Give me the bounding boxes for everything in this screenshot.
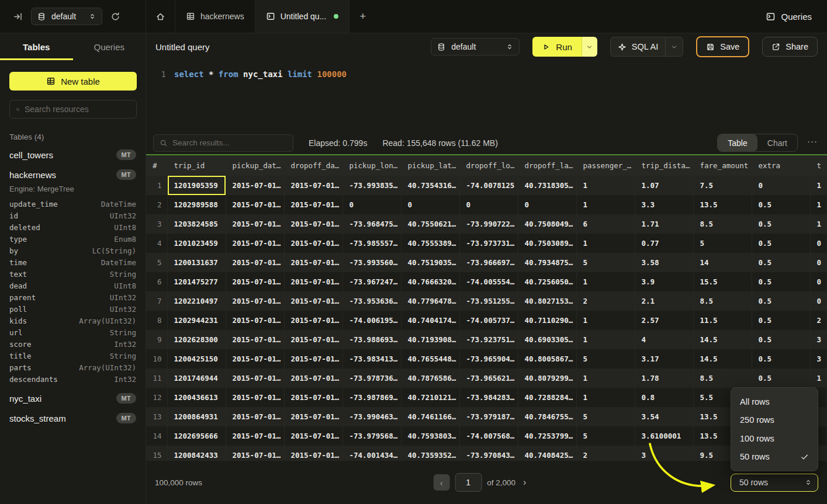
cell[interactable]: 40.7846755… <box>518 407 576 426</box>
column-header[interactable]: # <box>146 155 167 176</box>
cell[interactable]: 2015-07-01… <box>284 426 342 446</box>
cell[interactable]: 2015-07-01… <box>226 253 284 272</box>
search-results-input[interactable] <box>172 138 287 147</box>
row-number[interactable]: 12 <box>146 388 167 407</box>
row-number[interactable]: 5 <box>146 253 167 272</box>
cell[interactable]: 40.7288284… <box>518 388 576 407</box>
cell[interactable]: 1200131637 <box>167 253 226 272</box>
cell[interactable]: 40.7253799… <box>518 426 576 446</box>
cell[interactable]: 1 <box>810 214 827 234</box>
cell[interactable]: 0 <box>342 195 401 214</box>
cell[interactable]: 40.7593803… <box>401 426 459 446</box>
sidebar-table-nyc-taxi[interactable]: nyc_taxi MT <box>9 388 136 408</box>
cell[interactable]: 2015-07-01… <box>284 311 342 330</box>
cell[interactable]: 40.7110290… <box>518 311 576 330</box>
cell[interactable]: 14.5 <box>693 330 752 349</box>
cell[interactable]: 1202989588 <box>167 195 226 214</box>
cell[interactable]: -73.985557… <box>342 234 401 253</box>
cell[interactable]: 1200425150 <box>167 349 226 369</box>
row-number[interactable]: 6 <box>146 272 167 291</box>
column-header[interactable]: dropoff_la… <box>518 155 576 176</box>
cell[interactable]: 40.7461166… <box>401 407 459 426</box>
cell[interactable]: 2015-07-01… <box>226 349 284 369</box>
cell[interactable]: 40.7256050… <box>518 272 576 291</box>
tab-hackernews[interactable]: hackernews <box>175 0 255 33</box>
cell[interactable]: 40.7519035… <box>401 253 459 272</box>
row-number[interactable]: 15 <box>146 446 167 460</box>
cell[interactable]: 3.9 <box>635 272 693 291</box>
cell[interactable]: 1 <box>810 176 827 195</box>
cell[interactable]: 2015-07-01… <box>284 369 342 388</box>
cell[interactable]: -73.951255… <box>459 291 518 311</box>
cell[interactable]: 7.5 <box>693 176 752 195</box>
cell[interactable]: 40.7359352… <box>401 446 459 460</box>
cell[interactable]: -73.993560… <box>342 253 401 272</box>
cell[interactable]: -73.970843… <box>459 446 518 460</box>
cell[interactable]: 40.7210121… <box>401 388 459 407</box>
cell[interactable]: -73.990463… <box>342 407 401 426</box>
cell[interactable]: 1 <box>576 369 635 388</box>
row-number[interactable]: 9 <box>146 330 167 349</box>
run-options-chevron[interactable] <box>582 37 597 57</box>
cell[interactable]: -73.973731… <box>459 234 518 253</box>
cell[interactable]: 0.8 <box>635 388 693 407</box>
cell[interactable]: 40.8027153… <box>518 291 576 311</box>
cell[interactable]: 2015-07-01… <box>284 253 342 272</box>
cell[interactable]: 40.7408425… <box>518 446 576 460</box>
cell[interactable]: 1200436613 <box>167 388 226 407</box>
sidebar-table-cell-towers[interactable]: cell_towers MT <box>9 145 136 165</box>
cell[interactable]: 0.5 <box>752 195 810 214</box>
cell[interactable]: 2015-07-01… <box>284 214 342 234</box>
cell[interactable]: 2015-07-01… <box>284 291 342 311</box>
cell[interactable]: 1 <box>810 369 827 388</box>
cell[interactable]: 0 <box>401 195 459 214</box>
cell[interactable]: 2015-07-01… <box>226 311 284 330</box>
cell[interactable]: 0.77 <box>635 234 693 253</box>
cell[interactable]: 1202210497 <box>167 291 226 311</box>
column-header[interactable]: pickup_dat… <box>226 155 284 176</box>
cell[interactable]: 2015-07-01… <box>284 272 342 291</box>
cell[interactable]: 1201746944 <box>167 369 226 388</box>
refresh-icon[interactable] <box>110 12 120 22</box>
cell[interactable]: 8.5 <box>693 214 752 234</box>
cell[interactable]: 1 <box>576 388 635 407</box>
row-number[interactable]: 2 <box>146 195 167 214</box>
cell[interactable]: 40.8079299… <box>518 369 576 388</box>
column-header[interactable]: passenger_… <box>576 155 635 176</box>
cell[interactable]: 2015-07-01… <box>226 195 284 214</box>
more-options-icon[interactable]: ··· <box>805 136 820 150</box>
cell[interactable]: 1 <box>576 234 635 253</box>
cell[interactable]: 0.5 <box>752 214 810 234</box>
column-header[interactable]: trip_dista… <box>635 155 693 176</box>
cell[interactable]: -73.979187… <box>459 407 518 426</box>
cell[interactable]: 1 <box>576 195 635 214</box>
collapse-sidebar-icon[interactable] <box>13 12 23 22</box>
cell[interactable]: 2 <box>576 446 635 460</box>
cell[interactable]: 1202695666 <box>167 426 226 446</box>
cell[interactable]: 0 <box>518 195 576 214</box>
cell[interactable]: -73.965904… <box>459 349 518 369</box>
cell[interactable]: 40.7318305… <box>518 176 576 195</box>
sql-editor[interactable]: 1 select * from nyc_taxi limit 100000 <box>146 60 827 131</box>
cell[interactable]: 1 <box>576 272 635 291</box>
cell[interactable]: 2015-07-01… <box>226 214 284 234</box>
cell[interactable]: 3.17 <box>635 349 693 369</box>
database-selector[interactable]: default <box>31 8 102 25</box>
cell[interactable]: 2015-07-01… <box>226 330 284 349</box>
cell[interactable]: -74.005554… <box>459 272 518 291</box>
sidebar-table-hackernews[interactable]: hackernews MT <box>9 165 136 185</box>
cell[interactable]: 1.07 <box>635 176 693 195</box>
query-database-selector[interactable]: default <box>431 38 520 55</box>
cell[interactable]: 40.7796478… <box>401 291 459 311</box>
row-number[interactable]: 13 <box>146 407 167 426</box>
cell[interactable]: 2015-07-01… <box>226 234 284 253</box>
cell[interactable]: 40.6903305… <box>518 330 576 349</box>
cell[interactable]: -73.983413… <box>342 349 401 369</box>
cell[interactable]: 1201475277 <box>167 272 226 291</box>
cell[interactable]: 2015-07-01… <box>226 369 284 388</box>
sidebar-tab-queries[interactable]: Queries <box>73 33 146 60</box>
cell[interactable]: 0.5 <box>752 272 810 291</box>
sidebar-table-stocks-stream[interactable]: stocks_stream MT <box>9 408 136 428</box>
view-tab-chart[interactable]: Chart <box>757 134 797 151</box>
cell[interactable]: 0 <box>810 291 827 311</box>
